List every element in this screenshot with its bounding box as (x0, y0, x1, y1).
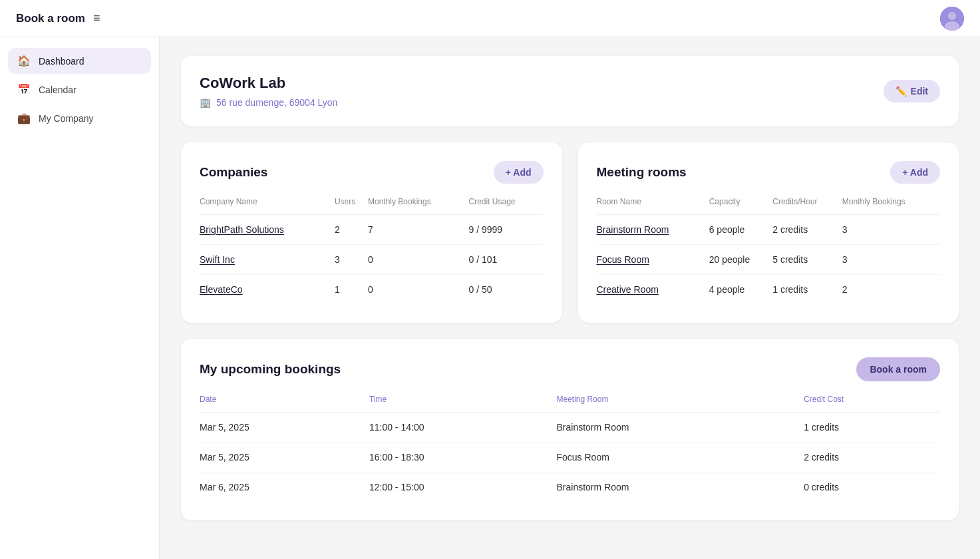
bookings-card: My upcoming bookings Book a room Date Ti… (181, 339, 959, 520)
main-content: CoWork Lab 🏢 56 rue dumenge, 69004 Lyon … (160, 37, 980, 559)
col-room-name: Room Name (597, 197, 709, 215)
room-name-link[interactable]: Creative Room (597, 284, 659, 295)
meeting-rooms-title: Meeting rooms (597, 165, 687, 180)
sidebar-item-calendar[interactable]: 📅 Calendar (8, 77, 151, 102)
edit-workspace-button[interactable]: ✏️ Edit (884, 80, 940, 102)
table-row: Brainstorm Room 6 people 2 credits 3 (597, 215, 941, 245)
sidebar-item-my-company[interactable]: 💼 My Company (8, 105, 151, 131)
table-row: Mar 5, 2025 16:00 - 18:30 Focus Room 2 c… (200, 443, 940, 472)
credits-per-hour-cell: 1 credits (772, 275, 842, 305)
book-room-button[interactable]: Book a room (856, 357, 940, 381)
credit-usage-cell: 9 / 9999 (468, 215, 543, 245)
col-credit-cost: Credit Cost (804, 395, 940, 413)
col-date: Date (200, 395, 369, 413)
workspace-info: CoWork Lab 🏢 56 rue dumenge, 69004 Lyon (200, 75, 337, 108)
sidebar: 🏠 Dashboard 📅 Calendar 💼 My Company (0, 37, 160, 559)
capacity-cell: 4 people (709, 275, 773, 305)
table-row: Mar 5, 2025 11:00 - 14:00 Brainstorm Roo… (200, 413, 940, 443)
room-name-link[interactable]: Brainstorm Room (597, 224, 669, 235)
company-name-link[interactable]: BrightPath Solutions (200, 224, 284, 235)
booking-room-cell: Focus Room (556, 443, 804, 472)
briefcase-icon: 💼 (17, 112, 31, 124)
table-row: ElevateCo 1 0 0 / 50 (200, 275, 544, 305)
edit-icon: ✏️ (896, 86, 907, 96)
booking-time-cell: 16:00 - 18:30 (369, 443, 557, 472)
address-text: 56 rue dumenge, 69004 Lyon (216, 97, 337, 108)
booking-cost-cell: 1 credits (804, 413, 940, 443)
table-row: BrightPath Solutions 2 7 9 / 9999 (200, 215, 544, 245)
table-row: Creative Room 4 people 1 credits 2 (597, 275, 941, 305)
room-name-link[interactable]: Focus Room (597, 254, 649, 265)
building-icon: 🏢 (200, 97, 211, 108)
add-room-label: + Add (902, 167, 928, 178)
users-cell: 2 (335, 215, 368, 245)
sidebar-item-label: Dashboard (39, 56, 84, 67)
col-room-monthly-bookings: Monthly Bookings (842, 197, 940, 215)
workspace-address: 🏢 56 rue dumenge, 69004 Lyon (200, 97, 337, 108)
credit-usage-cell: 0 / 50 (468, 275, 543, 305)
company-name-link[interactable]: ElevateCo (200, 284, 243, 295)
monthly-bookings-cell: 0 (368, 245, 468, 275)
booking-time-cell: 11:00 - 14:00 (369, 413, 557, 443)
col-users: Users (335, 197, 368, 215)
add-room-button[interactable]: + Add (890, 161, 940, 184)
workspace-card: CoWork Lab 🏢 56 rue dumenge, 69004 Lyon … (181, 56, 959, 126)
bookings-table: Date Time Meeting Room Credit Cost Mar 5… (200, 395, 940, 502)
booking-date-cell: Mar 5, 2025 (200, 443, 369, 472)
credits-per-hour-cell: 5 credits (772, 245, 842, 275)
room-monthly-bookings-cell: 3 (842, 245, 940, 275)
workspace-name: CoWork Lab (200, 75, 337, 92)
users-cell: 1 (335, 275, 368, 305)
col-time: Time (369, 395, 557, 413)
booking-time-cell: 12:00 - 15:00 (369, 472, 557, 502)
two-col-section: Companies + Add Company Name Users Month… (181, 142, 959, 323)
book-room-label: Book a room (870, 364, 927, 375)
topbar: Book a room ≡ (0, 0, 980, 37)
monthly-bookings-cell: 0 (368, 275, 468, 305)
companies-header: Companies + Add (200, 161, 544, 184)
users-cell: 3 (335, 245, 368, 275)
companies-title: Companies (200, 165, 267, 180)
company-name-link[interactable]: Swift Inc (200, 254, 235, 265)
bookings-title: My upcoming bookings (200, 362, 341, 377)
svg-point-1 (948, 12, 956, 20)
credits-per-hour-cell: 2 credits (772, 215, 842, 245)
col-credit-usage: Credit Usage (468, 197, 543, 215)
meeting-rooms-table: Room Name Capacity Credits/Hour Monthly … (597, 197, 941, 304)
sidebar-item-label: Calendar (39, 85, 77, 95)
monthly-bookings-cell: 7 (368, 215, 468, 245)
booking-date-cell: Mar 6, 2025 (200, 472, 369, 502)
sidebar-item-label: My Company (39, 113, 93, 124)
meeting-rooms-header: Meeting rooms + Add (597, 161, 941, 184)
room-monthly-bookings-cell: 2 (842, 275, 940, 305)
companies-table: Company Name Users Monthly Bookings Cred… (200, 197, 544, 304)
col-meeting-room: Meeting Room (556, 395, 804, 413)
edit-label: Edit (911, 86, 928, 96)
capacity-cell: 6 people (709, 215, 773, 245)
booking-cost-cell: 0 credits (804, 472, 940, 502)
capacity-cell: 20 people (709, 245, 773, 275)
avatar[interactable] (940, 7, 964, 31)
credit-usage-cell: 0 / 101 (468, 245, 543, 275)
table-row: Mar 6, 2025 12:00 - 15:00 Brainstorm Roo… (200, 472, 940, 502)
col-monthly-bookings: Monthly Bookings (368, 197, 468, 215)
meeting-rooms-card: Meeting rooms + Add Room Name Capacity C… (578, 142, 959, 323)
sidebar-item-dashboard[interactable]: 🏠 Dashboard (8, 48, 151, 74)
booking-room-cell: Brainstorm Room (556, 472, 804, 502)
calendar-icon: 📅 (17, 83, 31, 96)
col-capacity: Capacity (709, 197, 773, 215)
add-company-label: + Add (506, 167, 532, 178)
add-company-button[interactable]: + Add (494, 161, 544, 184)
hamburger-icon[interactable]: ≡ (93, 11, 100, 25)
col-credits-per-hour: Credits/Hour (772, 197, 842, 215)
booking-date-cell: Mar 5, 2025 (200, 413, 369, 443)
app-title: Book a room (16, 12, 85, 25)
booking-room-cell: Brainstorm Room (556, 413, 804, 443)
table-row: Focus Room 20 people 5 credits 3 (597, 245, 941, 275)
home-icon: 🏠 (17, 55, 31, 67)
companies-card: Companies + Add Company Name Users Month… (181, 142, 562, 323)
bookings-header: My upcoming bookings Book a room (200, 357, 940, 381)
table-row: Swift Inc 3 0 0 / 101 (200, 245, 544, 275)
room-monthly-bookings-cell: 3 (842, 215, 940, 245)
topbar-left: Book a room ≡ (16, 11, 100, 25)
